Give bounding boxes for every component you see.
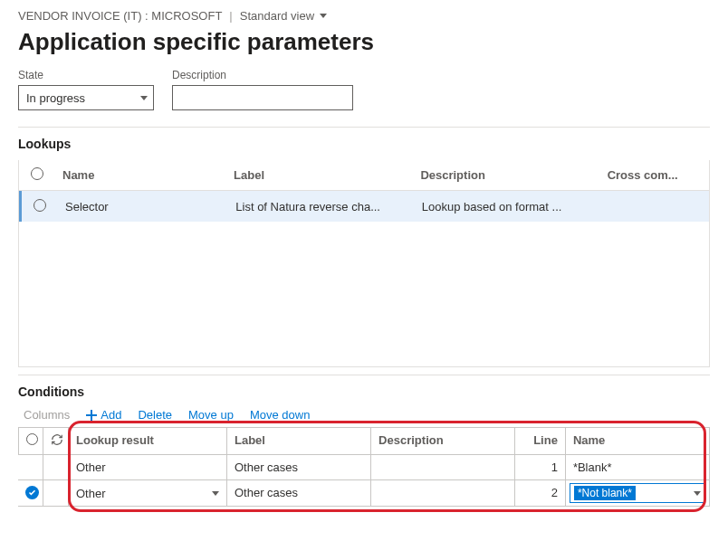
conditions-grid: Lookup result Label Description Line Nam… — [18, 427, 710, 507]
row-status — [43, 455, 69, 480]
state-value: In progress — [26, 91, 85, 105]
refresh-icon[interactable] — [51, 435, 63, 449]
cell-label: Other cases — [227, 455, 371, 480]
cell-name[interactable]: *Not blank* — [566, 480, 710, 507]
breadcrumb-context: VENDOR INVOICE (IT) : MICROSOFT — [18, 9, 222, 23]
description-label: Description — [172, 69, 353, 81]
state-label: State — [18, 69, 154, 81]
name-value: *Not blank* — [574, 486, 636, 500]
plus-icon — [86, 410, 97, 421]
col-description[interactable]: Description — [371, 427, 515, 455]
delete-button[interactable]: Delete — [138, 408, 172, 422]
cell-line: 2 — [515, 480, 566, 507]
row-select[interactable] — [18, 480, 43, 507]
breadcrumb-separator: | — [229, 9, 232, 23]
col-name2[interactable]: Name — [566, 427, 710, 455]
columns-button[interactable]: Columns — [24, 408, 70, 422]
row-select[interactable] — [18, 455, 43, 480]
view-label: Standard view — [240, 9, 314, 23]
col-label[interactable]: Label — [226, 168, 413, 182]
cell-lookup-result[interactable]: Other — [69, 480, 227, 507]
view-selector[interactable]: Standard view — [240, 9, 327, 23]
chevron-down-icon — [694, 491, 701, 496]
cell-description — [371, 455, 515, 480]
cell-name[interactable]: *Blank* — [566, 455, 710, 480]
conditions-toolbar: Columns Add Delete Move up Move down — [18, 408, 710, 422]
col-description[interactable]: Description — [413, 168, 599, 182]
description-input[interactable] — [172, 85, 353, 110]
chevron-down-icon — [212, 491, 219, 496]
lookups-heading: Lookups — [18, 137, 710, 151]
movedown-button[interactable]: Move down — [250, 408, 310, 422]
cell-description — [371, 480, 515, 507]
col-cross-company[interactable]: Cross com... — [600, 168, 709, 182]
row-radio[interactable] — [34, 199, 46, 212]
breadcrumb: VENDOR INVOICE (IT) : MICROSOFT | Standa… — [18, 9, 710, 23]
cell-line: 1 — [515, 455, 566, 480]
chevron-down-icon — [140, 96, 148, 100]
col-lookup-result[interactable]: Lookup result — [69, 427, 227, 455]
cell-label: Other cases — [227, 480, 371, 507]
col-name[interactable]: Name — [55, 168, 226, 182]
select-all-radio[interactable] — [31, 167, 43, 180]
name-editor[interactable]: *Not blank* — [570, 483, 705, 503]
add-label: Add — [101, 408, 121, 422]
chevron-down-icon — [320, 14, 327, 18]
cell-lookup-result[interactable]: Other — [69, 455, 227, 480]
moveup-button[interactable]: Move up — [188, 408, 234, 422]
lookups-row[interactable]: Selector List of Natura reverse cha... L… — [19, 191, 709, 222]
cell-description: Lookup based on format ... — [415, 200, 600, 214]
state-select[interactable]: In progress — [18, 85, 154, 110]
select-all-radio[interactable] — [26, 433, 38, 445]
col-line[interactable]: Line — [515, 427, 566, 455]
add-button[interactable]: Add — [86, 408, 121, 422]
lookup-result-value: Other — [76, 487, 106, 500]
conditions-heading: Conditions — [18, 384, 710, 399]
row-status — [43, 480, 69, 507]
cell-name: Selector — [58, 200, 228, 214]
check-icon — [25, 486, 39, 499]
cell-label: List of Natura reverse cha... — [228, 200, 414, 214]
lookups-grid: Name Label Description Cross com... Sele… — [18, 160, 710, 367]
col-label[interactable]: Label — [227, 427, 371, 455]
page-title: Application specific parameters — [18, 28, 710, 56]
